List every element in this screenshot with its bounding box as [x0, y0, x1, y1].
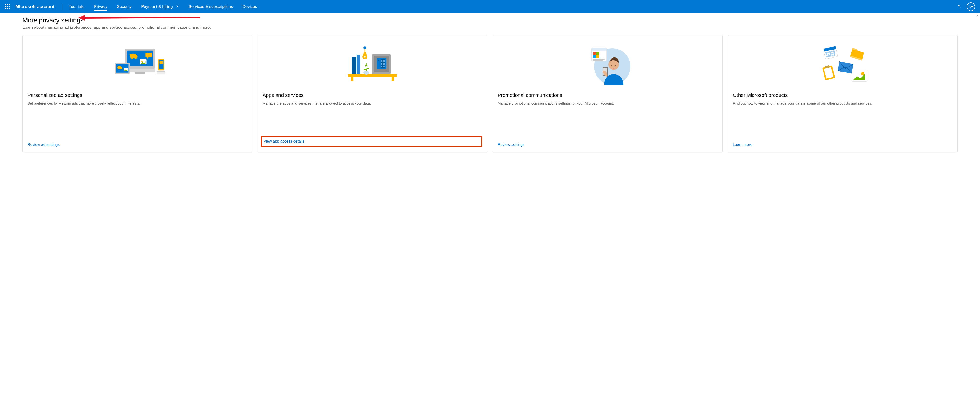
- svg-rect-20: [348, 74, 397, 76]
- card-apps-services-illustration: [263, 41, 483, 89]
- svg-point-84: [861, 72, 864, 75]
- svg-rect-23: [352, 57, 356, 74]
- svg-rect-44: [383, 65, 383, 67]
- svg-rect-58: [593, 55, 596, 58]
- svg-point-29: [378, 60, 379, 61]
- svg-rect-60: [593, 59, 605, 60]
- nav-your-info[interactable]: Your info: [68, 0, 84, 13]
- card-title: Apps and services: [263, 92, 483, 98]
- svg-point-13: [124, 69, 126, 70]
- svg-rect-35: [383, 61, 383, 62]
- svg-rect-76: [830, 55, 832, 57]
- nav-privacy[interactable]: Privacy: [94, 0, 107, 13]
- svg-rect-39: [384, 63, 385, 64]
- svg-rect-77: [832, 54, 833, 56]
- card-desc: Find out how to view and manage your dat…: [733, 101, 953, 106]
- card-promotional-communications-illustration: [498, 41, 718, 89]
- svg-rect-17: [157, 72, 165, 75]
- card-title: Personalized ad settings: [27, 92, 247, 98]
- svg-point-9: [141, 60, 143, 62]
- svg-rect-32: [383, 60, 383, 61]
- svg-rect-68: [833, 51, 835, 52]
- svg-rect-56: [593, 52, 596, 55]
- review-ad-settings-link[interactable]: Review ad settings: [27, 143, 247, 147]
- svg-rect-21: [351, 76, 353, 81]
- svg-point-52: [611, 65, 612, 66]
- svg-rect-22: [392, 76, 394, 81]
- page-title: More privacy settings: [22, 17, 958, 24]
- svg-rect-65: [827, 52, 829, 53]
- svg-rect-70: [827, 53, 829, 55]
- svg-rect-5: [135, 72, 145, 74]
- svg-rect-64: [826, 52, 827, 54]
- svg-rect-33: [384, 60, 385, 61]
- svg-rect-6: [145, 52, 152, 57]
- card-personalized-ads-illustration: [27, 41, 247, 89]
- app-launcher-icon[interactable]: [5, 4, 11, 10]
- svg-rect-66: [829, 51, 831, 53]
- svg-point-53: [615, 65, 616, 66]
- page-subtitle: Learn about managing ad preferences, app…: [22, 25, 958, 30]
- card-other-products-illustration: [733, 41, 953, 89]
- svg-rect-18: [157, 71, 165, 72]
- svg-rect-67: [831, 51, 833, 52]
- svg-rect-36: [384, 61, 385, 62]
- svg-rect-61: [593, 60, 603, 61]
- card-title: Other Microsoft products: [733, 92, 953, 98]
- svg-rect-59: [596, 55, 599, 58]
- svg-rect-16: [159, 61, 163, 64]
- learn-more-link[interactable]: Learn more: [733, 143, 953, 147]
- page-content: More privacy settings Learn about managi…: [0, 13, 980, 162]
- svg-rect-78: [834, 54, 835, 56]
- svg-point-25: [363, 71, 369, 75]
- svg-rect-75: [828, 55, 830, 57]
- review-settings-link[interactable]: Review settings: [498, 143, 718, 147]
- svg-rect-57: [596, 52, 599, 55]
- nav-devices[interactable]: Devices: [243, 0, 257, 13]
- svg-rect-74: [826, 56, 828, 57]
- view-app-access-details-link[interactable]: View app access details: [264, 139, 304, 143]
- brand-label: Microsoft account: [15, 4, 54, 10]
- avatar[interactable]: AH: [967, 2, 975, 11]
- svg-rect-55: [592, 48, 606, 51]
- svg-rect-43: [381, 65, 382, 67]
- annotation-highlight-box: View app access details: [261, 136, 483, 147]
- svg-point-0: [959, 7, 959, 8]
- card-promotional-communications: Promotional communications Manage promot…: [493, 35, 722, 152]
- card-title: Promotional communications: [498, 92, 718, 98]
- svg-rect-37: [381, 63, 382, 64]
- svg-rect-42: [384, 64, 385, 65]
- svg-rect-38: [383, 63, 383, 64]
- nav-services-subscriptions[interactable]: Services & subscriptions: [189, 0, 233, 13]
- card-other-products: Other Microsoft products Find out how to…: [728, 35, 958, 152]
- svg-point-46: [363, 46, 366, 49]
- svg-rect-34: [381, 61, 382, 62]
- topbar-nav: Your info Privacy Security Payment & bil…: [68, 0, 257, 13]
- svg-rect-41: [383, 64, 383, 65]
- card-desc: Manage promotional communications settin…: [498, 101, 718, 106]
- svg-rect-40: [381, 64, 382, 65]
- svg-rect-24: [357, 55, 360, 74]
- topbar: Microsoft account Your info Privacy Secu…: [0, 0, 980, 13]
- card-personalized-ads: Personalized ad settings Set preferences…: [22, 35, 252, 152]
- nav-payment-billing-label: Payment & billing: [141, 4, 172, 9]
- svg-rect-72: [831, 52, 833, 54]
- cards-row: Personalized ad settings Set preferences…: [22, 35, 958, 152]
- card-desc: Manage the apps and services that are al…: [263, 101, 483, 106]
- svg-rect-45: [384, 65, 385, 67]
- svg-rect-71: [829, 53, 831, 55]
- help-icon[interactable]: [956, 3, 962, 10]
- svg-point-19: [165, 72, 165, 73]
- chevron-down-icon: [176, 4, 179, 9]
- nav-security[interactable]: Security: [117, 0, 132, 13]
- svg-point-47: [364, 56, 366, 58]
- nav-payment-billing[interactable]: Payment & billing: [141, 0, 179, 13]
- svg-rect-31: [381, 60, 382, 61]
- card-apps-services: Apps and services Manage the apps and se…: [258, 35, 488, 152]
- svg-rect-69: [826, 54, 827, 56]
- svg-rect-73: [833, 52, 835, 54]
- card-desc: Set preferences for viewing ads that mor…: [27, 101, 247, 106]
